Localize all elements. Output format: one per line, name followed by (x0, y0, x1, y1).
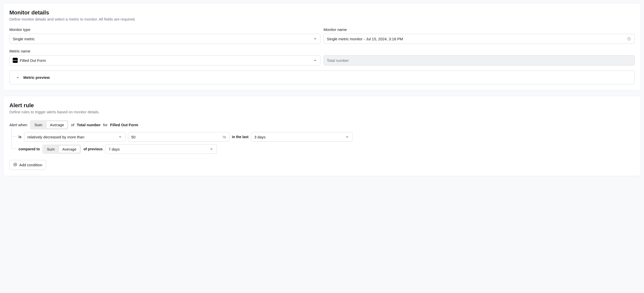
metric-preview-toggle[interactable]: Metric preview (9, 70, 635, 84)
metric-name-value: Filled Out Form (20, 58, 46, 63)
monitor-details-desc: Define monitor details and select a metr… (9, 17, 635, 21)
threshold-input[interactable]: 50 % (128, 132, 229, 142)
chevron-down-icon (345, 135, 349, 139)
sum-option[interactable]: Sum (43, 145, 59, 153)
of-previous-label: of previous (83, 147, 102, 151)
metric-agg-display: Total number (324, 55, 635, 65)
comparison-value: relatively decreased by more than (27, 135, 84, 139)
alert-rule-desc: Define rules to trigger alerts based on … (9, 110, 635, 114)
monitor-name-label: Monitor name (324, 27, 635, 32)
compared-to-label: compared to (19, 147, 40, 151)
aggregation-toggle-1: Sum Average (30, 120, 68, 130)
metric-agg-value: Total number (327, 58, 349, 63)
metric-name-text: Filled Out Form (110, 123, 138, 127)
add-condition-label: Add condition (19, 163, 42, 167)
sum-option[interactable]: Sum (31, 121, 46, 129)
for-label: for (103, 123, 108, 127)
metric-source-icon: Typeform (13, 58, 18, 63)
metric-preview-label: Metric preview (23, 75, 50, 80)
previous-period-select[interactable]: 7 days (105, 144, 217, 154)
chevron-down-icon (313, 37, 317, 41)
chevron-down-icon (313, 58, 317, 62)
aggregation-toggle-2: Sum Average (42, 144, 81, 154)
threshold-unit: % (223, 135, 226, 139)
add-condition-button[interactable]: Add condition (9, 160, 46, 170)
plus-circle-icon (13, 162, 17, 167)
period-select[interactable]: 3 days (251, 132, 352, 142)
chevron-down-icon (118, 135, 122, 139)
monitor-type-label: Monitor type (9, 27, 320, 32)
chevron-down-icon (16, 76, 20, 80)
alert-rule-card: Alert rule Define rules to trigger alert… (3, 96, 641, 176)
in-last-label: in the last (232, 135, 248, 139)
monitor-name-value: Single metric monitor - Jul 15, 2024, 3:… (327, 37, 627, 41)
of-label: of (71, 123, 74, 127)
monitor-details-card: Monitor details Define monitor details a… (3, 3, 641, 91)
metric-name-select[interactable]: Typeform Filled Out Form (9, 55, 320, 65)
monitor-name-input[interactable]: Single metric monitor - Jul 15, 2024, 3:… (324, 34, 635, 44)
is-label: is (19, 135, 22, 139)
monitor-type-select[interactable]: Single metric (9, 34, 320, 44)
alert-when-label: Alert when (9, 123, 27, 127)
threshold-value: 50 (131, 135, 223, 139)
metric-agg-text: Total number (77, 123, 101, 127)
average-option[interactable]: Average (46, 121, 68, 129)
monitor-type-value: Single metric (13, 37, 35, 41)
metric-name-label: Metric name (9, 49, 635, 53)
monitor-details-title: Monitor details (9, 9, 635, 16)
comparison-select[interactable]: relatively decreased by more than (24, 132, 126, 142)
chevron-down-icon (209, 147, 213, 151)
alert-rule-title: Alert rule (9, 102, 635, 109)
clear-icon[interactable] (627, 36, 631, 41)
average-option[interactable]: Average (59, 145, 80, 153)
period-value: 3 days (254, 135, 265, 139)
previous-period-value: 7 days (109, 147, 120, 151)
